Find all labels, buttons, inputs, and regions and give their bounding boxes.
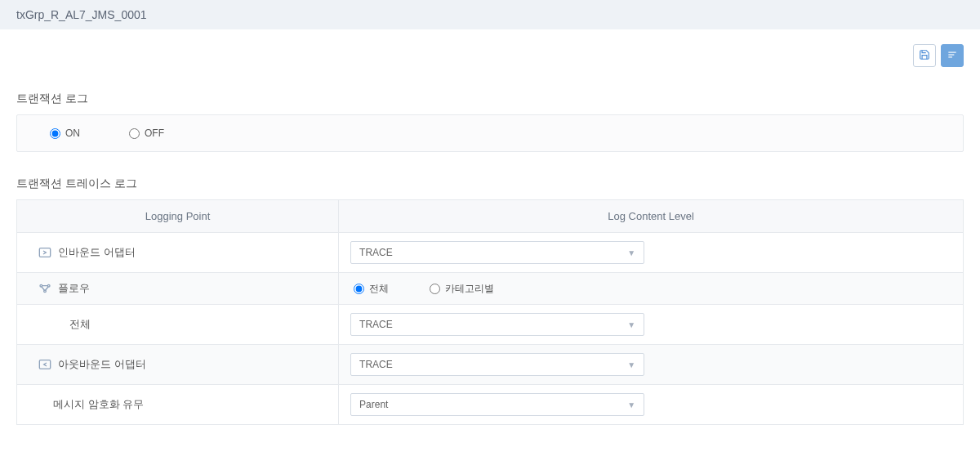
list-icon	[947, 49, 958, 63]
toolbar	[0, 29, 980, 67]
table-row: 메시지 암호화 유무 Parent ▼	[17, 385, 964, 425]
page-title: txGrp_R_AL7_JMS_0001	[16, 8, 147, 21]
table-row: 플로우 전체 카테고리별	[17, 273, 964, 305]
table-row: 전체 TRACE ▼	[17, 305, 964, 345]
flow-category-radio-label: 카테고리별	[445, 282, 494, 296]
save-button[interactable]	[913, 44, 936, 67]
flow-icon	[38, 282, 51, 295]
outbound-level-select[interactable]: TRACE ▼	[350, 353, 644, 376]
txlog-panel: ON OFF	[16, 114, 964, 152]
encrypt-value: Parent	[359, 399, 388, 410]
svg-rect-3	[39, 248, 50, 257]
encrypt-label: 메시지 암호화 유무	[53, 397, 144, 412]
save-icon	[919, 49, 930, 63]
section-txlog-title: 트랜잭션 로그	[16, 92, 964, 106]
col-log-level: Log Content Level	[339, 200, 964, 233]
flow-label: 플로우	[58, 281, 90, 296]
trace-table: Logging Point Log Content Level 인바운드 어댑터	[16, 199, 964, 425]
flow-category-radio[interactable]	[430, 284, 440, 294]
chevron-down-icon: ▼	[627, 400, 635, 409]
inbound-adapter-icon	[38, 246, 51, 259]
chevron-down-icon: ▼	[627, 248, 635, 257]
page-header: txGrp_R_AL7_JMS_0001	[0, 0, 980, 29]
chevron-down-icon: ▼	[627, 360, 635, 369]
svg-point-4	[40, 284, 42, 287]
txlog-off-radio[interactable]	[129, 128, 140, 139]
inbound-adapter-label: 인바운드 어댑터	[58, 245, 136, 260]
svg-point-6	[44, 290, 47, 293]
flow-all-level-value: TRACE	[359, 319, 393, 330]
outbound-adapter-icon	[38, 358, 51, 371]
svg-rect-7	[39, 360, 50, 369]
table-row: 인바운드 어댑터 TRACE ▼	[17, 233, 964, 273]
encrypt-select[interactable]: Parent ▼	[350, 393, 644, 416]
outbound-level-value: TRACE	[359, 359, 393, 370]
flow-all-radio-label: 전체	[369, 282, 389, 296]
flow-all-radio[interactable]	[354, 284, 364, 294]
section-trace-title: 트랜잭션 트레이스 로그	[16, 177, 964, 191]
txlog-off-label: OFF	[145, 127, 164, 139]
chevron-down-icon: ▼	[627, 320, 635, 329]
inbound-level-value: TRACE	[359, 247, 393, 258]
txlog-on-label: ON	[65, 127, 80, 139]
flow-all-level-select[interactable]: TRACE ▼	[350, 313, 644, 336]
flow-all-label: 전체	[69, 317, 91, 332]
table-row: 아웃바운드 어댑터 TRACE ▼	[17, 345, 964, 385]
txlog-on-radio[interactable]	[50, 128, 60, 139]
col-logging-point: Logging Point	[17, 200, 339, 233]
svg-point-5	[47, 284, 50, 287]
outbound-adapter-label: 아웃바운드 어댑터	[58, 357, 146, 372]
list-button[interactable]	[941, 44, 964, 67]
inbound-level-select[interactable]: TRACE ▼	[350, 241, 644, 264]
